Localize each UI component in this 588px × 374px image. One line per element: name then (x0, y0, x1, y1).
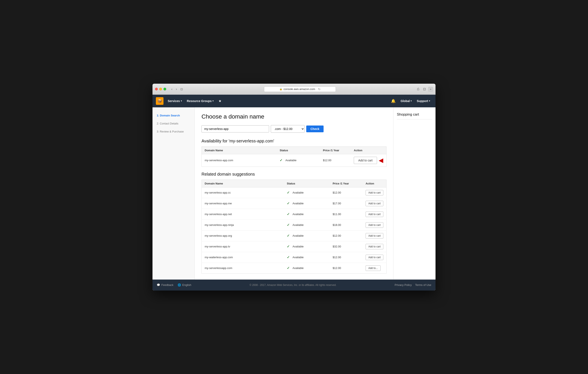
suggestion-action-3: Add to cart (363, 220, 387, 230)
lock-icon: 🔒 (279, 88, 282, 90)
check-icon-4: ✓ (287, 234, 290, 238)
suggestion-price-7: $12.00 (330, 263, 363, 273)
suggestions-table-head: Domain Name Status Price /1 Year Action (202, 180, 387, 187)
col-header-status: Status (277, 146, 320, 154)
availability-table-head: Domain Name Status Price /1 Year Action (202, 146, 387, 154)
global-menu[interactable]: Global ▾ (399, 95, 414, 107)
pin-button[interactable]: ★ (216, 95, 224, 107)
suggestion-status-cell-1: ✓ Available (284, 198, 330, 209)
sidebar-item-review-purchase[interactable]: 3: Review & Purchase (152, 128, 195, 136)
notifications-button[interactable]: 🔔 (389, 95, 398, 107)
suggestion-status-cell-6: ✓ Available (284, 252, 330, 263)
table-row: my-serverless-app.cc ✓ Available $12.00 … (202, 187, 387, 198)
suggestion-action-6: Add to cart (363, 252, 387, 263)
sidebar-step-3-label: 3: Review & Purchase (157, 130, 184, 133)
check-icon: ✓ (280, 158, 282, 162)
terms-of-use-link[interactable]: Terms of Use (415, 283, 431, 287)
suggestion-price-6: $12.00 (330, 252, 363, 263)
suggestion-domain-1: my-serverless-app.me (202, 198, 284, 209)
services-menu[interactable]: Services ▾ (165, 95, 184, 107)
check-icon-3: ✓ (287, 223, 290, 227)
close-button[interactable] (155, 88, 158, 90)
domain-search-input[interactable] (201, 125, 269, 132)
sidebar-item-domain-search[interactable]: 1: Domain Search (152, 112, 195, 120)
fullscreen-button[interactable]: ⊡ (422, 87, 427, 92)
add-to-cart-button-7[interactable]: Add to... (366, 265, 381, 271)
window-button[interactable]: ⊡ (179, 87, 184, 92)
sidebar-step-1-label: 1: Domain Search (157, 114, 180, 117)
table-row: my-serverless-app.org ✓ Available $12.00… (202, 230, 387, 241)
suggestion-status-3: Available (293, 223, 304, 226)
resource-groups-menu[interactable]: Resource Groups ▾ (184, 95, 216, 107)
suggestion-domain-2: my-serverless-app.net (202, 209, 284, 220)
col-header-domain-name: Domain Name (202, 146, 277, 154)
refresh-icon[interactable]: ↻ (318, 87, 321, 91)
sidebar-item-contact-details[interactable]: 2: Contact Details (152, 120, 195, 128)
search-row: .com - $12.00 Check (201, 125, 387, 133)
back-button[interactable]: ‹ (170, 87, 174, 92)
suggestion-price-5: $32.00 (330, 241, 363, 252)
red-arrow-annotation: ◀ (379, 157, 383, 164)
add-to-cart-button-3[interactable]: Add to cart (366, 222, 383, 228)
suggestion-status-2: Available (293, 213, 304, 216)
add-to-cart-button-0[interactable]: Add to cart (366, 190, 383, 195)
forward-button[interactable]: › (174, 87, 178, 92)
footer: 💬 Feedback 🌐 English © 2008 - 2017, Amaz… (152, 279, 436, 290)
add-to-cart-button-5[interactable]: Add to cart (366, 244, 383, 249)
check-button[interactable]: Check (306, 126, 324, 132)
footer-left: 💬 Feedback 🌐 English (157, 283, 191, 287)
nav-buttons: ‹ › ⊡ (170, 87, 184, 92)
footer-copyright: © 2008 - 2017, Amazon Web Services, Inc.… (191, 284, 395, 287)
minimize-button[interactable] (159, 88, 162, 90)
suggestions-table: Domain Name Status Price /1 Year Action … (201, 180, 387, 274)
page-title: Choose a domain name (201, 113, 387, 120)
feedback-button[interactable]: 💬 Feedback (157, 283, 173, 287)
suggestion-price-1: $17.00 (330, 198, 363, 209)
main-content: Choose a domain name .com - $12.00 Check… (195, 107, 393, 279)
bell-icon: 🔔 (391, 99, 396, 103)
availability-result-row: my-serverless-app.com ✓ Available $12.00 (202, 154, 387, 167)
add-to-cart-button-6[interactable]: Add to cart (366, 255, 383, 260)
suggestion-domain-4: my-serverless-app.org (202, 230, 284, 241)
availability-table-header-row: Domain Name Status Price /1 Year Action (202, 146, 387, 154)
suggestion-status-7: Available (293, 267, 304, 270)
suggestion-status-5: Available (293, 245, 304, 248)
share-button[interactable]: ⎙ (416, 87, 420, 92)
suggestion-price-0: $12.00 (330, 187, 363, 198)
maximize-button[interactable] (163, 88, 166, 90)
language-button[interactable]: 🌐 English (178, 283, 191, 287)
traffic-lights (155, 88, 166, 90)
globe-icon: 🌐 (178, 283, 181, 287)
privacy-policy-link[interactable]: Privacy Policy (395, 283, 412, 287)
status-cell: ✓ Available (280, 158, 317, 162)
aws-logo[interactable]: 📦 (156, 97, 163, 105)
availability-table-body: my-serverless-app.com ✓ Available $12.00 (202, 154, 387, 167)
suggestions-section: Related domain suggestions Domain Name S… (201, 172, 387, 274)
check-icon-1: ✓ (287, 201, 290, 205)
table-row: my-serverless-app.tv ✓ Available $32.00 … (202, 241, 387, 252)
new-tab-button[interactable]: + (428, 87, 433, 92)
add-to-cart-button-2[interactable]: Add to cart (366, 212, 383, 217)
availability-price: $12.00 (320, 154, 351, 167)
suggestions-table-body: my-serverless-app.cc ✓ Available $12.00 … (202, 187, 387, 273)
add-to-cart-main-button[interactable]: Add to cart (354, 157, 377, 164)
support-menu[interactable]: Support ▾ (415, 95, 432, 107)
suggestions-section-title: Related domain suggestions (201, 172, 387, 177)
suggestion-domain-5: my-serverless-app.tv (202, 241, 284, 252)
add-to-cart-button-4[interactable]: Add to cart (366, 233, 383, 239)
suggestion-price-4: $12.00 (330, 230, 363, 241)
topnav-right: 🔔 Global ▾ Support ▾ (389, 95, 432, 107)
suggestion-status-cell-4: ✓ Available (284, 230, 330, 241)
suggestion-status-cell-2: ✓ Available (284, 209, 330, 220)
table-row: my-waiterless-app.com ✓ Available $12.00… (202, 252, 387, 263)
tld-select[interactable]: .com - $12.00 (271, 125, 304, 133)
suggestions-col-header-action: Action (363, 180, 387, 187)
sidebar: 1: Domain Search 2: Contact Details 3: R… (152, 107, 195, 279)
suggestion-action-2: Add to cart (363, 209, 387, 220)
address-bar[interactable]: 🔒 console.aws.amazon.com ↻ (264, 86, 336, 92)
availability-table: Domain Name Status Price /1 Year Action … (201, 146, 387, 167)
cart-title: Shopping cart (397, 112, 432, 119)
cart-sidebar: Shopping cart (393, 107, 436, 279)
add-to-cart-button-1[interactable]: Add to cart (366, 201, 383, 206)
services-label: Services (168, 99, 180, 103)
